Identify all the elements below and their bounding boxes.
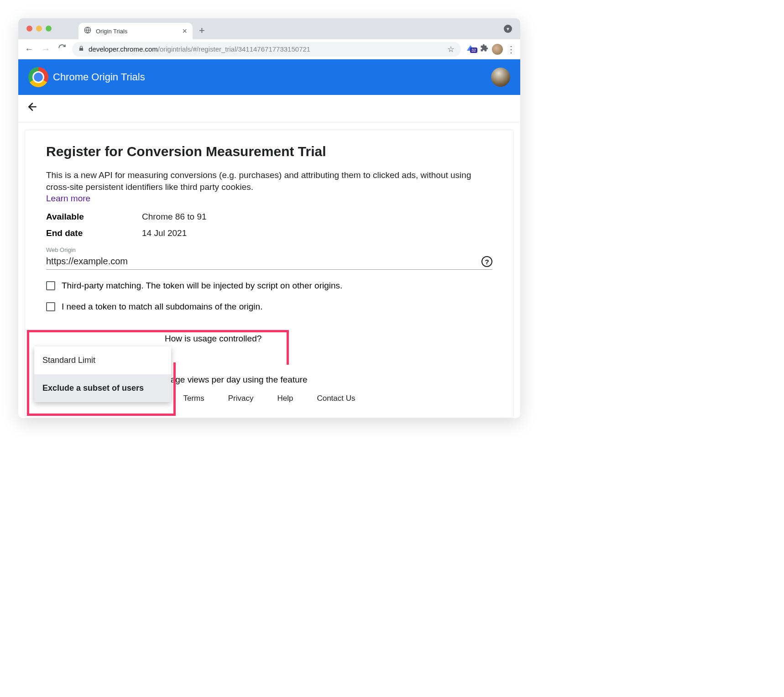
web-origin-label: Web Origin xyxy=(46,246,492,253)
browser-tab[interactable]: Origin Trials × xyxy=(78,23,193,39)
app-title: Chrome Origin Trials xyxy=(53,71,145,83)
tab-bar: Origin Trials × + ▼ xyxy=(18,18,520,39)
third-party-checkbox-row: Third-party matching. The token will be … xyxy=(46,281,492,291)
footer-privacy-link[interactable]: Privacy xyxy=(228,394,254,403)
usage-restriction-dropdown: Standard Limit Exclude a subset of users xyxy=(34,346,171,402)
user-avatar[interactable] xyxy=(491,68,510,87)
end-date-label: End date xyxy=(46,228,142,238)
available-row: Available Chrome 86 to 91 xyxy=(46,212,492,222)
dropdown-option-exclude[interactable]: Exclude a subset of users xyxy=(34,374,171,402)
third-party-label: Third-party matching. The token will be … xyxy=(62,281,342,291)
extensions-menu-icon[interactable] xyxy=(480,44,488,54)
browser-window: Origin Trials × + ▼ ← → developer.chrome… xyxy=(18,18,520,418)
footer-contact-link[interactable]: Contact Us xyxy=(317,394,355,403)
usage-question-row: How is usage controlled? xyxy=(46,334,492,344)
maximize-window-icon[interactable] xyxy=(46,26,52,31)
end-date-value: 14 Jul 2021 xyxy=(142,228,187,238)
subheader xyxy=(18,95,520,122)
reload-button[interactable] xyxy=(56,44,68,54)
trial-description: This is a new API for measuring conversi… xyxy=(46,169,492,193)
app-brand[interactable]: Chrome Origin Trials xyxy=(28,67,145,87)
new-tab-button[interactable]: + xyxy=(199,25,205,39)
usage-question-text: How is usage controlled? xyxy=(165,334,261,343)
end-date-row: End date 14 Jul 2021 xyxy=(46,228,492,238)
expected-usage-text: Page views per day using the feature xyxy=(165,375,492,385)
registration-card: Register for Conversion Measurement Tria… xyxy=(25,130,514,418)
footer-help-link[interactable]: Help xyxy=(277,394,293,403)
close-tab-icon[interactable]: × xyxy=(182,26,187,36)
available-label: Available xyxy=(46,212,142,222)
subdomains-checkbox[interactable] xyxy=(46,302,55,311)
app-header: Chrome Origin Trials xyxy=(18,59,520,95)
page-back-button[interactable] xyxy=(26,101,38,116)
available-value: Chrome 86 to 91 xyxy=(142,212,207,222)
minimize-window-icon[interactable] xyxy=(36,26,42,31)
bookmark-star-icon[interactable]: ☆ xyxy=(447,44,455,54)
toolbar: ← → developer.chrome.com/origintrials/#/… xyxy=(18,39,520,59)
lock-icon xyxy=(78,45,84,53)
browser-menu-icon[interactable]: ⋮ xyxy=(507,44,516,55)
back-button[interactable]: ← xyxy=(23,44,36,54)
page-title: Register for Conversion Measurement Tria… xyxy=(46,144,492,159)
globe-icon xyxy=(84,26,91,36)
subdomains-checkbox-row: I need a token to match all subdomains o… xyxy=(46,302,492,312)
web-origin-field: Web Origin ? xyxy=(46,246,492,270)
tab-overflow-icon[interactable]: ▼ xyxy=(504,25,512,33)
extension-badge: 32 xyxy=(470,47,477,53)
extension-icon[interactable]: 32 xyxy=(465,47,476,52)
third-party-checkbox[interactable] xyxy=(46,281,55,290)
subdomains-label: I need a token to match all subdomains o… xyxy=(62,302,262,312)
window-controls xyxy=(26,26,52,31)
url-text: developer.chrome.com/origintrials/#/regi… xyxy=(89,45,310,53)
footer-terms-link[interactable]: Terms xyxy=(183,394,204,403)
address-bar[interactable]: developer.chrome.com/origintrials/#/regi… xyxy=(72,42,461,57)
close-window-icon[interactable] xyxy=(26,26,32,31)
web-origin-input[interactable] xyxy=(46,254,492,270)
forward-button[interactable]: → xyxy=(39,44,52,54)
profile-avatar-icon[interactable] xyxy=(492,44,503,55)
learn-more-link[interactable]: Learn more xyxy=(46,194,90,204)
dropdown-option-standard[interactable]: Standard Limit xyxy=(34,346,171,374)
tab-title: Origin Trials xyxy=(96,28,178,35)
chrome-logo-icon xyxy=(28,67,48,87)
